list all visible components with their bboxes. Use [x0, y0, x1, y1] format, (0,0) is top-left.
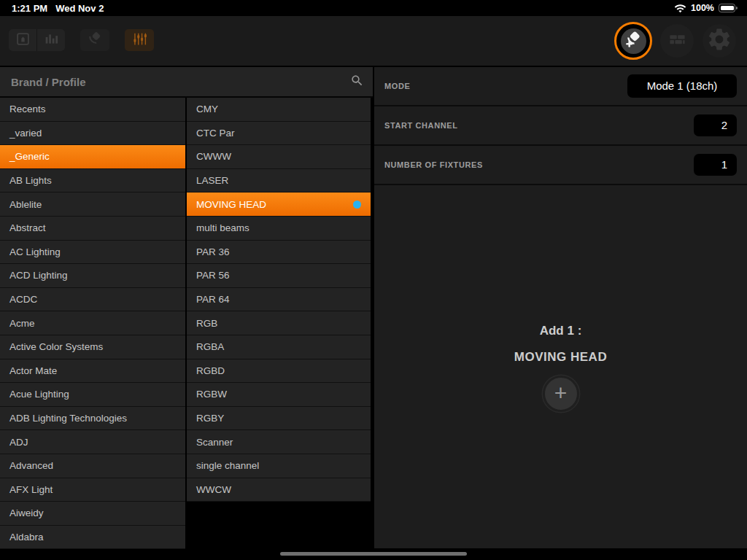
fixtures-tab-button[interactable]: [80, 29, 109, 51]
brand-label: Advanced: [9, 460, 53, 471]
library-section: Recents _varied _Generic AB Ligh: [0, 67, 373, 560]
brand-list-item[interactable]: AFX Light: [0, 478, 185, 502]
status-bar: 1:21 PM Wed Nov 2 100%: [0, 0, 747, 16]
search-input[interactable]: [9, 75, 350, 89]
profile-list-item[interactable]: WWCW: [187, 478, 371, 502]
confirm-add-button[interactable]: +: [543, 376, 579, 412]
profile-list-item[interactable]: CTC Par: [187, 122, 371, 146]
profile-list-item[interactable]: MOVING HEAD: [187, 192, 371, 217]
profile-label: multi beams: [196, 222, 249, 233]
brand-label: ACDC: [9, 294, 37, 305]
brand-label: Actor Mate: [9, 365, 57, 376]
brand-label: AC Lighting: [9, 246, 61, 257]
add-fixture-icon: [624, 30, 643, 52]
stage-view-icon: [15, 31, 31, 50]
top-toolbar: [0, 16, 747, 67]
add-fixture-button[interactable]: [614, 22, 652, 60]
profile-list-item[interactable]: RGBD: [187, 359, 371, 384]
brand-list-item[interactable]: Actor Mate: [0, 359, 185, 384]
profile-label: PAR 56: [196, 270, 230, 281]
fixture-library-screen: 1:21 PM Wed Nov 2 100%: [0, 0, 747, 560]
patch-grid-button[interactable]: [660, 24, 694, 58]
profile-label: RGB: [196, 318, 217, 329]
profile-list-item[interactable]: single channel: [187, 454, 371, 478]
faders-sliders-icon: [132, 31, 147, 50]
profile-list-item[interactable]: Scanner: [187, 430, 371, 454]
brand-list-item[interactable]: AC Lighting: [0, 241, 185, 265]
setting-value-button[interactable]: 2: [694, 114, 737, 136]
brand-list-item[interactable]: Abstract: [0, 217, 185, 241]
brand-label: AB Lights: [9, 175, 52, 186]
setting-row: NUMBER OF FIXTURES 1: [374, 146, 747, 185]
brand-list-item[interactable]: _varied: [0, 122, 185, 146]
wifi-icon: [674, 4, 686, 13]
brand-label: ADJ: [9, 437, 28, 448]
brand-label: _Generic: [9, 151, 50, 162]
profile-list-item[interactable]: LASER: [187, 169, 371, 193]
profile-label: RGBD: [196, 365, 225, 376]
profile-list-item[interactable]: PAR 56: [187, 264, 371, 288]
profile-label: PAR 64: [196, 294, 230, 305]
profile-list-item[interactable]: RGBY: [187, 407, 371, 431]
home-indicator[interactable]: [280, 552, 467, 556]
add-summary-block: Add 1 : MOVING HEAD +: [374, 324, 747, 412]
profile-list-item[interactable]: multi beams: [187, 217, 371, 241]
brand-list-item[interactable]: _Generic: [0, 145, 185, 169]
profile-list-item[interactable]: RGBW: [187, 383, 371, 407]
profile-label: CMY: [196, 104, 218, 114]
levels-view-button[interactable]: [37, 29, 65, 51]
brand-label: Acme: [9, 318, 35, 329]
moving-head-icon: [87, 31, 103, 50]
profile-label: PAR 36: [196, 246, 230, 257]
brand-list-item[interactable]: ADB Lighting Technologies: [0, 407, 185, 431]
profile-list-item[interactable]: CWWW: [187, 145, 371, 169]
settings-button[interactable]: [703, 24, 736, 58]
brand-list-item[interactable]: AB Lights: [0, 169, 185, 193]
profile-list-item[interactable]: PAR 64: [187, 288, 371, 312]
settings-rows: MODE Mode 1 (18ch) START CHANNEL 2 NUMBE…: [374, 67, 747, 185]
faders-tab-button[interactable]: [125, 29, 154, 51]
brand-list-item[interactable]: Ablelite: [0, 192, 185, 217]
plus-icon: +: [554, 381, 568, 405]
setting-row: MODE Mode 1 (18ch): [374, 67, 747, 106]
profile-label: CTC Par: [196, 128, 235, 139]
brand-label: AFX Light: [9, 484, 53, 495]
brand-list-item[interactable]: Aldabra: [0, 526, 185, 550]
profile-label: RGBY: [196, 413, 224, 424]
profile-list-item[interactable]: RGB: [187, 311, 371, 335]
setting-value-button[interactable]: Mode 1 (18ch): [627, 74, 737, 98]
profile-label: RGBW: [196, 389, 227, 400]
profile-list-item[interactable]: PAR 36: [187, 241, 371, 265]
profile-list-item[interactable]: CMY: [187, 98, 371, 122]
profile-list-item[interactable]: RGBA: [187, 335, 371, 359]
profile-label: LASER: [196, 175, 228, 186]
brand-label: Abstract: [9, 222, 46, 233]
brand-label: Recents: [9, 104, 46, 114]
brand-label: ADB Lighting Technologies: [9, 413, 127, 424]
view-toggle-group: [9, 29, 65, 51]
brand-list-item[interactable]: ACD Lighting: [0, 264, 185, 288]
profile-label: MOVING HEAD: [196, 199, 266, 210]
profile-column: CMY CTC Par CWWW LASER: [187, 98, 371, 549]
status-time: 1:21 PM: [12, 3, 47, 14]
stage-view-button[interactable]: [9, 29, 36, 51]
brand-list-item[interactable]: ACDC: [0, 288, 185, 312]
patch-settings-panel: MODE Mode 1 (18ch) START CHANNEL 2 NUMBE…: [374, 67, 747, 548]
brand-list-item[interactable]: Active Color Systems: [0, 335, 185, 359]
add-count-text: Add 1 :: [374, 324, 747, 338]
gear-icon: [706, 26, 732, 55]
brand-list-item[interactable]: Acme: [0, 311, 185, 335]
setting-label: START CHANNEL: [384, 121, 457, 130]
setting-value-button[interactable]: 1: [694, 154, 737, 176]
brand-list-item[interactable]: Aiweidy: [0, 502, 185, 526]
brand-list-item[interactable]: Recents: [0, 98, 185, 122]
brand-list-item[interactable]: ADJ: [0, 430, 185, 454]
grid-icon: [667, 30, 687, 52]
brand-list-item[interactable]: Acue Lighting: [0, 383, 185, 407]
brand-label: Active Color Systems: [9, 341, 103, 352]
brand-column: Recents _varied _Generic AB Ligh: [0, 98, 185, 549]
brand-label: Aldabra: [9, 532, 44, 542]
brand-list-item[interactable]: Advanced: [0, 454, 185, 478]
search-icon: [350, 74, 364, 90]
status-date: Wed Nov 2: [55, 3, 104, 14]
